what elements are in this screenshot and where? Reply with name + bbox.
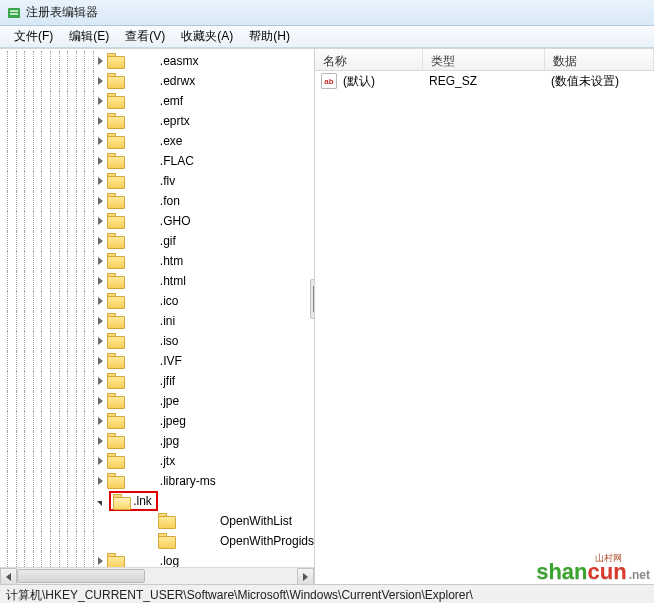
tree-item[interactable]: .emf xyxy=(0,91,314,111)
folder-icon xyxy=(107,53,123,67)
tree-item[interactable]: .flv xyxy=(0,171,314,191)
menu-help[interactable]: 帮助(H) xyxy=(241,26,298,47)
folder-icon xyxy=(107,193,123,207)
tree-item[interactable]: .log xyxy=(0,551,314,567)
column-data[interactable]: 数据 xyxy=(545,49,654,70)
tree-item[interactable]: .ico xyxy=(0,291,314,311)
expand-icon[interactable] xyxy=(98,137,103,145)
folder-icon xyxy=(107,553,123,567)
expand-icon[interactable] xyxy=(98,237,103,245)
folder-icon xyxy=(107,393,123,407)
tree-item[interactable]: .library-ms xyxy=(0,471,314,491)
tree-item[interactable]: .jtx xyxy=(0,451,314,471)
column-type[interactable]: 类型 xyxy=(423,49,545,70)
expand-icon[interactable] xyxy=(98,57,103,65)
tree-item[interactable]: .GHO xyxy=(0,211,314,231)
tree-item[interactable]: .edrwx xyxy=(0,71,314,91)
expand-icon[interactable] xyxy=(98,457,103,465)
folder-icon xyxy=(107,373,123,387)
expand-icon[interactable] xyxy=(98,297,103,305)
tree-item[interactable]: .jfif xyxy=(0,371,314,391)
menu-view[interactable]: 查看(V) xyxy=(117,26,173,47)
tree-item[interactable]: .IVF xyxy=(0,351,314,371)
tree-item[interactable]: .iso xyxy=(0,331,314,351)
tree-item[interactable]: .fon xyxy=(0,191,314,211)
folder-icon xyxy=(107,73,123,87)
tree-item[interactable]: .jpg xyxy=(0,431,314,451)
tree-item-label: .ico xyxy=(158,291,216,311)
value-type: REG_SZ xyxy=(429,74,551,88)
folder-icon xyxy=(107,113,123,127)
expand-icon[interactable] xyxy=(98,317,103,325)
expand-icon[interactable] xyxy=(98,277,103,285)
scroll-left-button[interactable] xyxy=(0,568,17,584)
expand-icon[interactable] xyxy=(98,117,103,125)
scroll-thumb[interactable] xyxy=(17,569,145,583)
tree-item-label: .FLAC xyxy=(158,151,216,171)
tree-item[interactable]: .exe xyxy=(0,131,314,151)
tree-item[interactable]: .eprtx xyxy=(0,111,314,131)
value-name: (默认) xyxy=(343,73,429,90)
expand-icon[interactable] xyxy=(98,397,103,405)
expand-icon[interactable] xyxy=(98,477,103,485)
collapse-icon[interactable] xyxy=(97,501,102,506)
tree-item[interactable]: .gif xyxy=(0,231,314,251)
tree-item-label: .gif xyxy=(158,231,216,251)
scroll-track[interactable] xyxy=(17,568,297,584)
tree-item[interactable]: .easmx xyxy=(0,51,314,71)
menu-file[interactable]: 文件(F) xyxy=(6,26,61,47)
tree-item-label: .edrwx xyxy=(158,71,216,91)
tree-item-label: OpenWithProgids xyxy=(216,531,314,551)
tree-item-label: .easmx xyxy=(158,51,216,71)
tree-item[interactable]: OpenWithProgids xyxy=(0,531,314,551)
svg-rect-1 xyxy=(10,10,18,12)
folder-icon xyxy=(107,153,123,167)
folder-icon xyxy=(107,273,123,287)
value-row[interactable]: ab (默认) REG_SZ (数值未设置) xyxy=(315,71,654,91)
folder-icon xyxy=(107,213,123,227)
expand-icon[interactable] xyxy=(98,97,103,105)
tree-item-label: .lnk xyxy=(133,494,152,508)
menu-favorites[interactable]: 收藏夹(A) xyxy=(173,26,241,47)
tree-item[interactable]: .ini xyxy=(0,311,314,331)
expand-icon[interactable] xyxy=(98,157,103,165)
tree-item[interactable]: .htm xyxy=(0,251,314,271)
folder-icon xyxy=(107,433,123,447)
column-name[interactable]: 名称 xyxy=(315,49,423,70)
tree-item-label: .ini xyxy=(158,311,216,331)
expand-icon[interactable] xyxy=(98,417,103,425)
expand-icon[interactable] xyxy=(98,217,103,225)
menubar: 文件(F) 编辑(E) 查看(V) 收藏夹(A) 帮助(H) xyxy=(0,26,654,48)
expand-icon[interactable] xyxy=(98,77,103,85)
folder-icon xyxy=(107,413,123,427)
tree-item-label: .jpg xyxy=(158,431,216,451)
expand-icon[interactable] xyxy=(98,257,103,265)
expand-icon[interactable] xyxy=(98,337,103,345)
expand-icon[interactable] xyxy=(98,377,103,385)
expand-icon[interactable] xyxy=(98,197,103,205)
tree-item[interactable]: .FLAC xyxy=(0,151,314,171)
tree-item[interactable]: .jpe xyxy=(0,391,314,411)
tree-item[interactable]: .jpeg xyxy=(0,411,314,431)
expand-icon[interactable] xyxy=(98,177,103,185)
expand-icon[interactable] xyxy=(98,357,103,365)
expand-icon[interactable] xyxy=(98,437,103,445)
expand-icon[interactable] xyxy=(98,557,103,565)
tree-item-label: .log xyxy=(158,551,216,567)
tree-hscrollbar[interactable] xyxy=(0,567,314,584)
folder-icon xyxy=(107,233,123,247)
tree-item[interactable]: .lnk xyxy=(0,491,314,511)
content-area: .easmx.edrwx.emf.eprtx.exe.FLAC.flv.fon.… xyxy=(0,48,654,584)
tree-item[interactable]: OpenWithList xyxy=(0,511,314,531)
scroll-right-button[interactable] xyxy=(297,568,314,584)
tree-item-label: .jpe xyxy=(158,391,216,411)
watermark-subtitle: 山村网 xyxy=(595,552,622,565)
tree-item[interactable]: .html xyxy=(0,271,314,291)
tree-item-label: .jtx xyxy=(158,451,216,471)
list-header: 名称 类型 数据 xyxy=(315,49,654,71)
registry-tree[interactable]: .easmx.edrwx.emf.eprtx.exe.FLAC.flv.fon.… xyxy=(0,49,314,567)
tree-pane: .easmx.edrwx.emf.eprtx.exe.FLAC.flv.fon.… xyxy=(0,49,315,584)
menu-edit[interactable]: 编辑(E) xyxy=(61,26,117,47)
value-data: (数值未设置) xyxy=(551,73,654,90)
window-title: 注册表编辑器 xyxy=(26,4,98,21)
